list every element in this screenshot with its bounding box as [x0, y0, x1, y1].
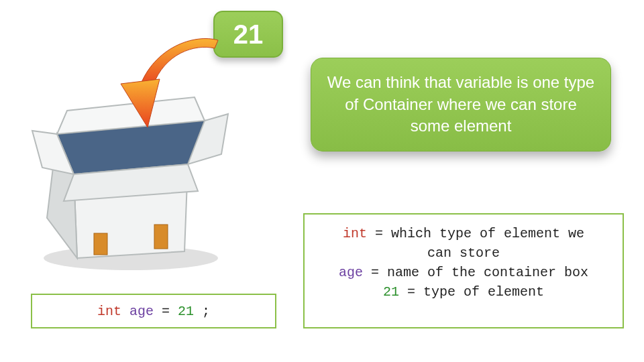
token-assign: = [154, 304, 178, 319]
token-value: 21 [178, 304, 194, 319]
code-explanation-box: int = which type of element we can store… [303, 213, 624, 328]
explanation-callout: We can think that variable is one type o… [311, 58, 611, 152]
explain-line-2: can store [427, 243, 500, 263]
code-declaration-box: int age = 21 ; [31, 294, 276, 328]
arrow-into-box-icon [107, 27, 241, 141]
token-type-keyword: int [97, 304, 121, 319]
callout-text: We can think that variable is one type o… [326, 72, 596, 137]
explain-line-3: age = name of the container box [339, 263, 588, 282]
token-terminator: ; [194, 304, 210, 319]
token-variable-name: age [129, 304, 154, 319]
code-declaration: int age = 21 ; [97, 304, 210, 319]
svg-rect-8 [94, 233, 107, 255]
svg-marker-10 [121, 79, 160, 127]
explain-line-1: int = which type of element we [343, 224, 584, 243]
explain-line-5: 21 = type of element [383, 282, 544, 302]
svg-rect-9 [154, 225, 168, 249]
